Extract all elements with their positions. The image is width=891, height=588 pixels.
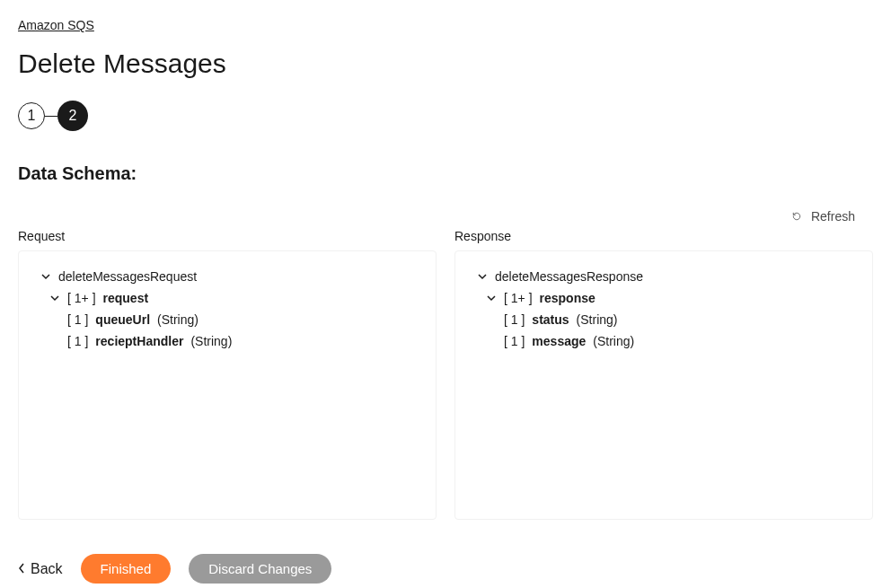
tree-field-type: (String) bbox=[190, 334, 232, 348]
tree-field-type: (String) bbox=[593, 334, 634, 348]
tree-group-name: request bbox=[103, 291, 149, 305]
tree-field-type: (String) bbox=[577, 312, 618, 327]
response-panel: deleteMessagesResponse [ 1+ ] response [… bbox=[454, 250, 873, 520]
tree-field-name: status bbox=[532, 312, 569, 327]
tree-field[interactable]: [ 1 ] queueUrl (String) bbox=[67, 312, 414, 327]
tree-group-card: [ 1+ ] bbox=[504, 291, 533, 305]
tree-group-name: response bbox=[540, 291, 595, 305]
tree-group-request[interactable]: [ 1+ ] request bbox=[49, 291, 414, 305]
tree-root-request[interactable]: deleteMessagesRequest bbox=[40, 269, 414, 284]
tree-field-name: message bbox=[532, 334, 586, 348]
tree-field-card: [ 1 ] bbox=[67, 312, 88, 327]
request-panel-label: Request bbox=[18, 229, 437, 243]
finished-button[interactable]: Finished bbox=[81, 554, 172, 584]
stepper: 1 2 bbox=[18, 101, 873, 131]
tree-root-name: deleteMessagesResponse bbox=[495, 269, 643, 284]
chevron-down-icon bbox=[40, 271, 51, 282]
back-label: Back bbox=[31, 561, 63, 577]
chevron-down-icon bbox=[486, 293, 497, 303]
tree-root-response[interactable]: deleteMessagesResponse bbox=[477, 269, 851, 284]
tree-root-name: deleteMessagesRequest bbox=[58, 269, 197, 284]
tree-group-response[interactable]: [ 1+ ] response bbox=[486, 291, 851, 305]
back-button[interactable]: Back bbox=[18, 561, 63, 577]
section-title: Data Schema: bbox=[18, 163, 873, 184]
refresh-label: Refresh bbox=[811, 209, 855, 224]
tree-field-card: [ 1 ] bbox=[504, 334, 525, 348]
tree-field[interactable]: [ 1 ] recieptHandler (String) bbox=[67, 334, 414, 348]
tree-field-card: [ 1 ] bbox=[67, 334, 88, 348]
tree-field-name: queueUrl bbox=[95, 312, 150, 327]
step-connector bbox=[45, 116, 57, 117]
tree-field[interactable]: [ 1 ] message (String) bbox=[504, 334, 851, 348]
discard-changes-button[interactable]: Discard Changes bbox=[189, 554, 331, 584]
chevron-down-icon bbox=[477, 271, 488, 282]
step-2[interactable]: 2 bbox=[57, 101, 88, 131]
refresh-icon bbox=[791, 211, 802, 222]
tree-field-card: [ 1 ] bbox=[504, 312, 525, 327]
chevron-down-icon bbox=[49, 293, 60, 303]
tree-field-type: (String) bbox=[157, 312, 198, 327]
page-title: Delete Messages bbox=[18, 48, 873, 79]
breadcrumb-link[interactable]: Amazon SQS bbox=[18, 18, 94, 32]
breadcrumb: Amazon SQS bbox=[18, 18, 873, 32]
refresh-button[interactable]: Refresh bbox=[791, 209, 855, 224]
chevron-left-icon bbox=[18, 561, 25, 577]
response-panel-label: Response bbox=[454, 229, 873, 243]
tree-field[interactable]: [ 1 ] status (String) bbox=[504, 312, 851, 327]
tree-field-name: recieptHandler bbox=[95, 334, 183, 348]
step-1[interactable]: 1 bbox=[18, 102, 45, 129]
tree-group-card: [ 1+ ] bbox=[67, 291, 96, 305]
request-panel: deleteMessagesRequest [ 1+ ] request [ 1… bbox=[18, 250, 437, 520]
